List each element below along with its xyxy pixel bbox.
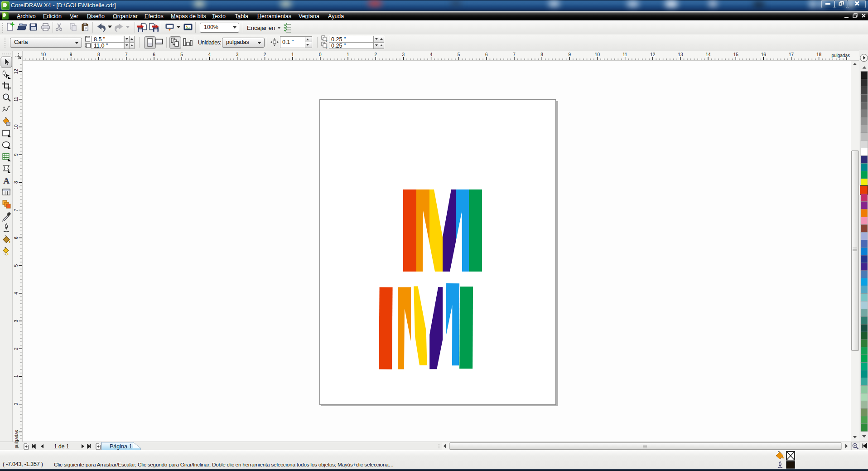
svg-text:4: 4 <box>430 52 433 57</box>
svg-text:pulgadas: pulgadas <box>14 430 19 448</box>
svg-text:10: 10 <box>41 52 46 57</box>
svg-text:5: 5 <box>180 52 183 57</box>
svg-text:2: 2 <box>374 52 377 57</box>
svg-text:15: 15 <box>733 52 739 57</box>
svg-text:3: 3 <box>236 52 239 57</box>
svg-text:0: 0 <box>14 403 19 405</box>
svg-text:3: 3 <box>402 52 405 57</box>
svg-text:1: 1 <box>347 52 349 57</box>
svg-text:10: 10 <box>14 124 19 130</box>
svg-text:2: 2 <box>264 52 266 57</box>
svg-text:7: 7 <box>513 52 516 57</box>
svg-text:7: 7 <box>14 209 19 211</box>
svg-text:8: 8 <box>14 181 19 184</box>
svg-text:1 de 1: 1 de 1 <box>54 443 69 450</box>
svg-text:4: 4 <box>14 292 19 295</box>
svg-text:8: 8 <box>97 52 100 57</box>
svg-text:12: 12 <box>650 52 656 57</box>
svg-text:5: 5 <box>458 52 460 57</box>
svg-text:9: 9 <box>14 153 19 156</box>
svg-text:9: 9 <box>70 52 72 57</box>
svg-text:1: 1 <box>14 375 19 378</box>
svg-text:A: A <box>3 176 10 185</box>
svg-text:13: 13 <box>678 52 683 57</box>
svg-text:16: 16 <box>761 52 767 57</box>
svg-text:1: 1 <box>291 52 294 57</box>
svg-text:6: 6 <box>14 236 19 239</box>
svg-text:17: 17 <box>789 52 794 57</box>
svg-text:6: 6 <box>153 52 155 57</box>
svg-text:12: 12 <box>14 69 19 74</box>
svg-text:6: 6 <box>485 52 488 57</box>
svg-text:11: 11 <box>622 52 627 57</box>
svg-text:10: 10 <box>595 52 600 57</box>
svg-text:0: 0 <box>319 52 322 57</box>
svg-text:pulgadas: pulgadas <box>831 53 850 58</box>
svg-text:Página 1: Página 1 <box>110 443 132 450</box>
svg-text:9: 9 <box>568 52 571 57</box>
svg-text:2: 2 <box>14 347 19 350</box>
svg-text:18: 18 <box>816 52 822 57</box>
svg-text:5: 5 <box>14 264 19 267</box>
svg-text:y: y <box>326 46 328 49</box>
svg-text:14: 14 <box>705 52 711 57</box>
svg-text:8: 8 <box>540 52 543 57</box>
svg-text:3: 3 <box>14 320 19 322</box>
svg-text:7: 7 <box>125 52 128 57</box>
svg-text:11: 11 <box>14 97 19 102</box>
svg-text:4: 4 <box>208 52 211 57</box>
